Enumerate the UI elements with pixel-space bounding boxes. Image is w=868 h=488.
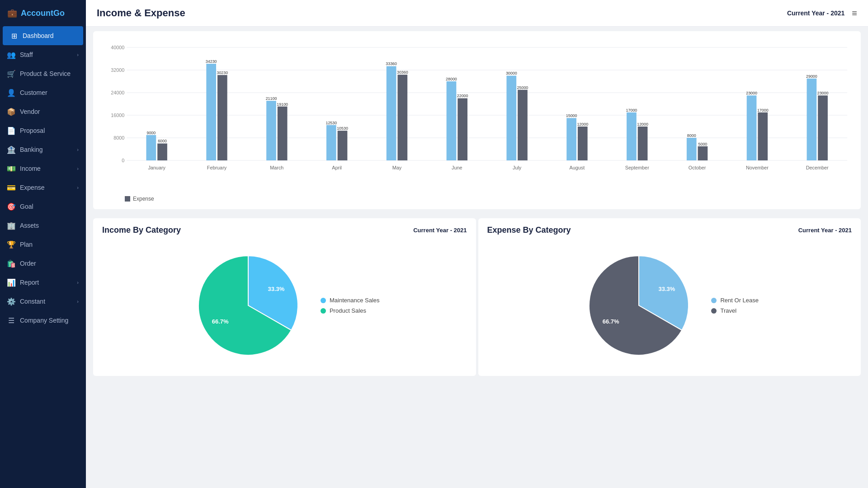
svg-rect-69	[818, 95, 828, 160]
customer-icon: 👤	[7, 89, 15, 97]
arrow-icon: ›	[77, 147, 79, 152]
expense-legend-color	[125, 196, 130, 202]
expense-legend-label: Expense	[133, 196, 154, 202]
svg-text:25000: 25000	[517, 85, 528, 90]
sidebar-label-proposal: Proposal	[20, 127, 45, 134]
income-by-category-section: Income By Category Current Year - 2021 3…	[93, 218, 476, 376]
sidebar-item-vendor[interactable]: 📦 Vendor	[0, 102, 86, 121]
sidebar-item-customer[interactable]: 👤 Customer	[0, 83, 86, 102]
svg-rect-17	[206, 64, 216, 160]
chart-legend: Expense	[102, 196, 852, 202]
svg-text:40000: 40000	[111, 45, 124, 50]
svg-text:17000: 17000	[757, 108, 769, 113]
svg-text:30000: 30000	[506, 71, 517, 75]
legend-item: Maintenance Sales	[321, 297, 380, 304]
proposal-icon: 📄	[7, 127, 15, 135]
product-service-icon: 🛒	[7, 70, 15, 78]
svg-text:29000: 29000	[806, 74, 817, 79]
sidebar-item-report[interactable]: 📊 Report ›	[0, 273, 86, 292]
svg-rect-14	[157, 144, 167, 161]
svg-text:December: December	[806, 165, 829, 170]
svg-rect-24	[278, 107, 288, 160]
sidebar-label-staff: Staff	[20, 51, 33, 58]
sidebar-item-plan[interactable]: 🏆 Plan	[0, 235, 86, 254]
sidebar: 💼 AccountGo ⊞ Dashboard 👥 Staff › 🛒 Prod…	[0, 0, 86, 488]
sidebar-label-banking: Banking	[20, 146, 43, 153]
svg-rect-22	[266, 101, 276, 160]
income-section-title: Income By Category	[102, 225, 181, 235]
expense-pie-legend: Rent Or LeaseTravel	[711, 297, 759, 314]
svg-text:June: June	[452, 165, 462, 170]
svg-rect-29	[338, 131, 348, 160]
income-pie-legend: Maintenance SalesProduct Sales	[321, 297, 380, 314]
income-pie-svg: 33.3%66.7%	[189, 247, 307, 364]
plan-icon: 🏆	[7, 240, 15, 249]
svg-text:30360: 30360	[397, 70, 408, 75]
svg-rect-52	[627, 113, 637, 160]
svg-text:22000: 22000	[457, 94, 468, 98]
svg-text:12000: 12000	[637, 122, 648, 127]
sidebar-item-order[interactable]: 🛍️ Order	[0, 254, 86, 273]
svg-text:January: January	[148, 165, 165, 170]
staff-icon: 👥	[7, 51, 15, 59]
svg-text:23000: 23000	[817, 91, 829, 95]
order-icon: 🛍️	[7, 259, 15, 267]
svg-text:16000: 16000	[111, 113, 124, 118]
svg-text:17000: 17000	[626, 108, 637, 113]
sidebar-item-constant[interactable]: ⚙️ Constant ›	[0, 292, 86, 311]
dashboard-icon: ⊞	[10, 32, 18, 40]
svg-text:19100: 19100	[277, 102, 288, 107]
income-section-year: Current Year - 2021	[413, 227, 467, 234]
svg-text:August: August	[570, 165, 585, 170]
bar-chart-wrapper: 080001600024000320004000090006000January…	[102, 38, 852, 202]
svg-text:5000: 5000	[698, 142, 708, 146]
sidebar-label-plan: Plan	[20, 241, 33, 248]
svg-rect-44	[518, 90, 528, 160]
sidebar-label-expense: Expense	[20, 184, 44, 191]
sidebar-item-proposal[interactable]: 📄 Proposal	[0, 121, 86, 140]
sidebar-item-product-service[interactable]: 🛒 Product & Service	[0, 64, 86, 83]
sidebar-item-goal[interactable]: 🎯 Goal	[0, 197, 86, 216]
bottom-sections: Income By Category Current Year - 2021 3…	[93, 218, 861, 376]
income-expense-chart-section: 080001600024000320004000090006000January…	[93, 31, 861, 209]
svg-text:April: April	[332, 165, 342, 170]
expense-section-title: Expense By Category	[487, 225, 571, 235]
sidebar-label-product-service: Product & Service	[20, 70, 71, 77]
svg-text:8000: 8000	[687, 133, 696, 138]
menu-icon[interactable]: ≡	[852, 8, 857, 19]
topbar-right: Current Year - 2021 ≡	[787, 8, 857, 19]
svg-rect-62	[747, 95, 757, 160]
main-content: Income & Expense Current Year - 2021 ≡ 0…	[86, 0, 868, 488]
svg-text:12000: 12000	[577, 122, 588, 127]
arrow-icon: ›	[77, 166, 79, 171]
svg-text:21100: 21100	[266, 96, 277, 101]
sidebar-item-company-setting[interactable]: ☰ Company Setting	[0, 311, 86, 330]
sidebar-label-dashboard: Dashboard	[23, 32, 54, 39]
goal-icon: 🎯	[7, 202, 15, 211]
svg-rect-49	[578, 127, 588, 160]
svg-text:30230: 30230	[217, 70, 228, 75]
svg-text:33.3%: 33.3%	[659, 286, 675, 292]
sidebar-item-income[interactable]: 💵 Income ›	[0, 159, 86, 178]
sidebar-item-expense[interactable]: 💳 Expense ›	[0, 178, 86, 197]
income-pie-area: 33.3%66.7% Maintenance SalesProduct Sale…	[102, 242, 467, 369]
svg-text:10530: 10530	[337, 126, 348, 131]
svg-text:23000: 23000	[746, 91, 757, 95]
sidebar-item-assets[interactable]: 🏢 Assets	[0, 216, 86, 235]
sidebar-item-staff[interactable]: 👥 Staff ›	[0, 45, 86, 64]
svg-text:6000: 6000	[158, 139, 167, 143]
svg-rect-47	[566, 118, 576, 160]
svg-rect-39	[458, 99, 467, 161]
sidebar-label-vendor: Vendor	[20, 108, 40, 115]
svg-text:33.3%: 33.3%	[268, 286, 284, 292]
sidebar-item-banking[interactable]: 🏦 Banking ›	[0, 140, 86, 159]
svg-text:24000: 24000	[111, 90, 124, 95]
svg-text:66.7%: 66.7%	[212, 318, 229, 325]
expense-by-category-section: Expense By Category Current Year - 2021 …	[478, 218, 861, 376]
svg-rect-54	[638, 127, 648, 160]
svg-text:8000: 8000	[113, 135, 124, 141]
sidebar-item-dashboard[interactable]: ⊞ Dashboard	[3, 26, 83, 45]
expense-section-header: Expense By Category Current Year - 2021	[487, 225, 852, 235]
svg-text:September: September	[625, 165, 649, 170]
sidebar-label-report: Report	[20, 279, 39, 286]
